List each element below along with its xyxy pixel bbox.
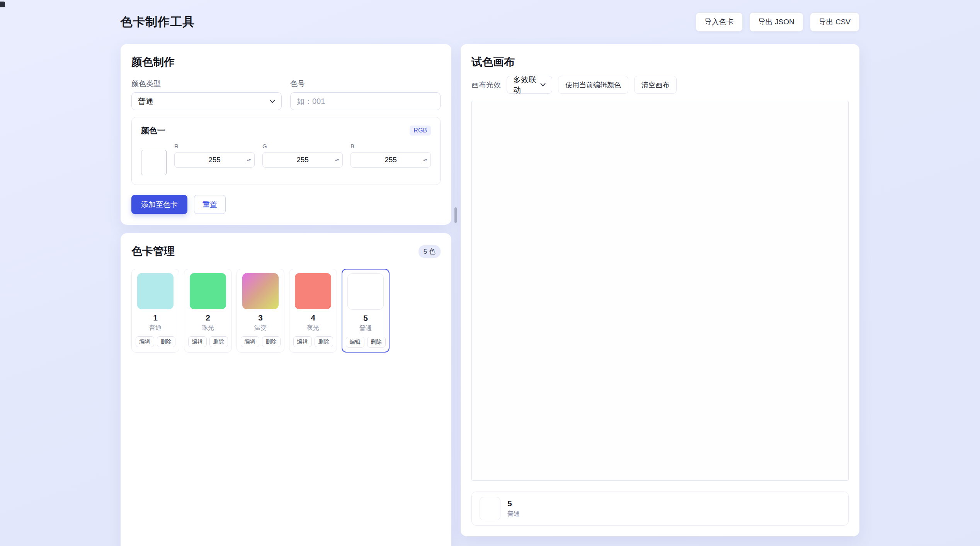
add-to-palette-button[interactable]: 添加至色卡 (131, 195, 187, 214)
edit-card-button[interactable]: 编辑 (136, 336, 154, 347)
paint-canvas[interactable] (471, 101, 849, 481)
active-color-number: 5 (507, 499, 520, 508)
color-type-label: 颜色类型 (131, 79, 282, 89)
channel-r-label: R (174, 143, 255, 149)
delete-card-button[interactable]: 删除 (157, 336, 175, 347)
color-type-field: 颜色类型 普通 (131, 79, 282, 110)
window-corner-mark (0, 2, 5, 7)
color-type-select[interactable]: 普通 (131, 92, 282, 110)
edit-card-button[interactable]: 编辑 (293, 336, 312, 347)
card-manager-panel: 色卡管理 5 色 1 普通 编辑 删除 2 珠光 编辑 删除 3 温变 编辑 删… (121, 233, 451, 546)
color-card-swatch (242, 273, 279, 309)
color-type-value: 普通 (138, 96, 153, 107)
export-csv-button[interactable]: 导出 CSV (810, 12, 859, 32)
channel-r: R ▴▾ (174, 143, 255, 168)
channel-g-input[interactable] (262, 152, 343, 168)
test-canvas-panel: 试色画布 画布光效 多效联动 使用当前编辑颜色 清空画布 5 普通 (461, 44, 859, 536)
channel-g-label: G (262, 143, 343, 149)
edit-card-button[interactable]: 编辑 (188, 336, 207, 347)
color-card[interactable]: 4 夜光 编辑 删除 (289, 269, 337, 353)
scrollbar-thumb[interactable] (454, 207, 457, 223)
color-code-input[interactable] (290, 92, 441, 110)
color-code-label: 色号 (290, 79, 441, 89)
delete-card-button[interactable]: 删除 (262, 336, 281, 347)
use-current-color-button[interactable]: 使用当前编辑颜色 (558, 76, 628, 94)
delete-card-button[interactable]: 删除 (315, 336, 333, 347)
color-editor-card: 颜色一 RGB R ▴▾ G (131, 117, 441, 185)
color-card[interactable]: 2 珠光 编辑 删除 (184, 269, 232, 353)
color-card-swatch (190, 273, 226, 309)
edit-card-button[interactable]: 编辑 (241, 336, 259, 347)
color-card-number: 5 (346, 314, 386, 323)
import-cards-button[interactable]: 导入色卡 (696, 12, 743, 32)
color-card-number: 1 (135, 313, 175, 322)
color-maker-panel: 颜色制作 颜色类型 普通 色号 (121, 44, 451, 225)
color-editor-title: 颜色一 (141, 125, 165, 136)
chevron-down-icon (540, 83, 546, 86)
color-card[interactable]: 5 普通 编辑 删除 (342, 269, 390, 353)
canvas-effect-value: 多效联动 (513, 75, 540, 95)
color-card-swatch (295, 273, 331, 309)
channel-b-label: B (350, 143, 431, 149)
color-card-type: 温变 (240, 324, 281, 332)
edit-card-button[interactable]: 编辑 (346, 337, 364, 348)
color-card-type: 普通 (346, 324, 386, 332)
card-manager-title: 色卡管理 (131, 244, 175, 259)
channel-r-input[interactable] (174, 152, 255, 168)
delete-card-button[interactable]: 删除 (367, 337, 386, 348)
active-color-card: 5 普通 (471, 492, 849, 526)
channel-g: G ▴▾ (262, 143, 343, 168)
stepper-arrows-icon[interactable]: ▴▾ (247, 158, 251, 161)
reset-button[interactable]: 重置 (194, 195, 226, 214)
channel-b-input[interactable] (350, 152, 431, 168)
color-preview-swatch[interactable] (141, 150, 167, 175)
clear-canvas-button[interactable]: 清空画布 (634, 76, 677, 94)
color-cards-list: 1 普通 编辑 删除 2 珠光 编辑 删除 3 温变 编辑 删除 4 夜光 编辑… (131, 269, 441, 353)
color-card-number: 4 (293, 313, 333, 322)
color-code-field: 色号 (290, 79, 441, 110)
color-card[interactable]: 1 普通 编辑 删除 (131, 269, 179, 353)
color-card-type: 普通 (135, 324, 175, 332)
color-card-swatch (347, 273, 384, 310)
color-card-number: 2 (188, 313, 228, 322)
page-title: 色卡制作工具 (121, 14, 195, 30)
stepper-arrows-icon[interactable]: ▴▾ (423, 158, 427, 161)
canvas-effect-select[interactable]: 多效联动 (507, 76, 552, 94)
color-card-type: 夜光 (293, 324, 333, 332)
color-card[interactable]: 3 温变 编辑 删除 (236, 269, 284, 353)
active-color-swatch (480, 497, 500, 520)
color-card-swatch (137, 273, 174, 309)
header-actions: 导入色卡 导出 JSON 导出 CSV (696, 12, 859, 32)
channel-b: B ▴▾ (350, 143, 431, 168)
app-header: 色卡制作工具 导入色卡 导出 JSON 导出 CSV (121, 0, 859, 44)
export-json-button[interactable]: 导出 JSON (749, 12, 803, 32)
delete-card-button[interactable]: 删除 (209, 336, 228, 347)
color-card-type: 珠光 (188, 324, 228, 332)
test-canvas-title: 试色画布 (471, 55, 849, 70)
stepper-arrows-icon[interactable]: ▴▾ (335, 158, 339, 161)
color-maker-title: 颜色制作 (131, 55, 441, 70)
active-color-type: 普通 (507, 510, 520, 518)
chevron-down-icon (270, 100, 275, 103)
rgb-mode-badge: RGB (410, 125, 431, 136)
card-count-badge: 5 色 (419, 245, 441, 258)
canvas-effect-label: 画布光效 (471, 80, 501, 90)
color-card-number: 3 (240, 313, 281, 322)
